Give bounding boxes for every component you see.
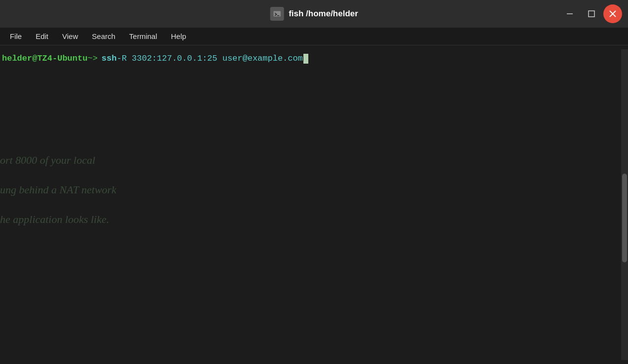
terminal-content[interactable]: helder@TZ4-Ubuntu ~> ssh -R 3302:127.0.0…: [0, 49, 621, 360]
terminal-icon: [270, 7, 284, 21]
bg-line-1: ort 8000 of your local: [0, 154, 95, 167]
prompt-user: helder@TZ4-Ubuntu: [2, 52, 87, 65]
menu-help[interactable]: Help: [165, 30, 192, 42]
bg-line-2: ung behind a NAT network: [0, 183, 116, 196]
window-title: fish /home/helder: [289, 9, 358, 19]
menu-edit[interactable]: Edit: [30, 30, 54, 42]
menu-bar: File Edit View Search Terminal Help: [0, 28, 628, 45]
menu-terminal[interactable]: Terminal: [123, 30, 163, 42]
svg-rect-3: [589, 11, 594, 17]
terminal-area[interactable]: helder@TZ4-Ubuntu ~> ssh -R 3302:127.0.0…: [0, 45, 628, 364]
scrollbar-thumb[interactable]: [622, 174, 627, 262]
close-button[interactable]: [603, 4, 622, 23]
title-bar: fish /home/helder: [0, 0, 628, 28]
maximize-button[interactable]: [582, 4, 601, 24]
terminal-cursor: [303, 54, 308, 64]
title-bar-center: fish /home/helder: [270, 7, 358, 21]
command-line: helder@TZ4-Ubuntu ~> ssh -R 3302:127.0.0…: [0, 51, 621, 66]
prompt-separator: ~>: [87, 52, 97, 65]
menu-search[interactable]: Search: [86, 30, 121, 42]
window-controls: [560, 4, 622, 24]
menu-view[interactable]: View: [56, 30, 84, 42]
menu-file[interactable]: File: [4, 30, 28, 42]
scrollbar[interactable]: [621, 49, 628, 360]
bg-line-3: he application looks like.: [0, 213, 109, 226]
minimize-button[interactable]: [560, 4, 580, 24]
command-name: ssh: [102, 52, 117, 65]
background-text: ort 8000 of your local ung behind a NAT …: [0, 49, 621, 360]
command-args: -R 3302:127.0.0.1:25 user@example.com: [116, 52, 302, 65]
